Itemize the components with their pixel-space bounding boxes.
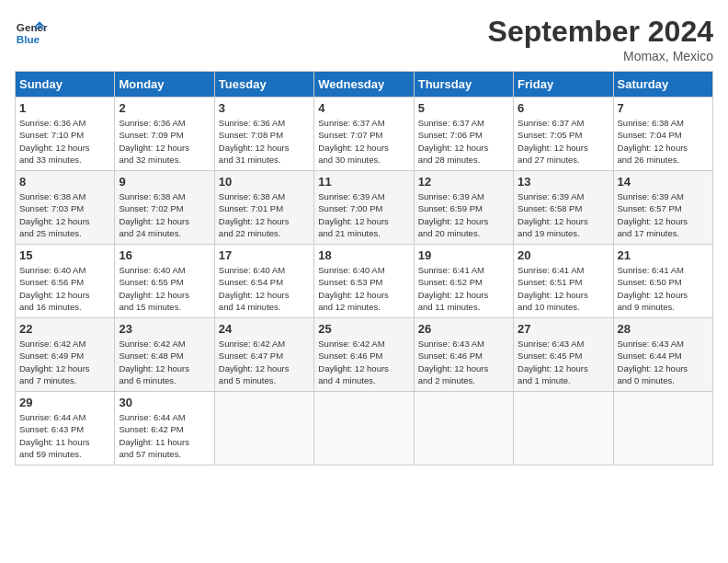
day-number: 14 bbox=[618, 175, 709, 189]
day-number: 30 bbox=[119, 396, 210, 409]
day-number: 27 bbox=[518, 322, 609, 336]
day-header-wednesday: Wednesday bbox=[314, 72, 414, 98]
cell-content: Sunrise: 6:39 AM Sunset: 6:59 PM Dayligh… bbox=[418, 190, 509, 239]
cell-content: Sunrise: 6:40 AM Sunset: 6:55 PM Dayligh… bbox=[119, 264, 210, 313]
day-number: 16 bbox=[119, 248, 210, 262]
calendar-week-5: 29Sunrise: 6:44 AM Sunset: 6:43 PM Dayli… bbox=[16, 392, 713, 465]
cell-content: Sunrise: 6:39 AM Sunset: 7:00 PM Dayligh… bbox=[318, 190, 409, 239]
calendar-cell: 19Sunrise: 6:41 AM Sunset: 6:52 PM Dayli… bbox=[414, 245, 513, 318]
day-number: 2 bbox=[119, 101, 210, 115]
calendar-cell: 15Sunrise: 6:40 AM Sunset: 6:56 PM Dayli… bbox=[16, 245, 115, 318]
page-header: General Blue September 2024 Momax, Mexic… bbox=[15, 15, 713, 63]
cell-content: Sunrise: 6:43 AM Sunset: 6:46 PM Dayligh… bbox=[418, 338, 509, 386]
day-number: 15 bbox=[19, 248, 110, 262]
cell-content: Sunrise: 6:36 AM Sunset: 7:09 PM Dayligh… bbox=[119, 117, 210, 166]
day-number: 1 bbox=[19, 101, 110, 115]
day-number: 13 bbox=[518, 175, 609, 189]
cell-content: Sunrise: 6:40 AM Sunset: 6:53 PM Dayligh… bbox=[318, 264, 409, 313]
day-number: 23 bbox=[119, 322, 210, 336]
cell-content: Sunrise: 6:37 AM Sunset: 7:05 PM Dayligh… bbox=[518, 117, 609, 166]
calendar-cell: 11Sunrise: 6:39 AM Sunset: 7:00 PM Dayli… bbox=[314, 171, 414, 245]
calendar-cell: 25Sunrise: 6:42 AM Sunset: 6:46 PM Dayli… bbox=[314, 318, 414, 392]
cell-content: Sunrise: 6:44 AM Sunset: 6:42 PM Dayligh… bbox=[119, 411, 210, 460]
cell-content: Sunrise: 6:37 AM Sunset: 7:07 PM Dayligh… bbox=[318, 117, 409, 166]
cell-content: Sunrise: 6:40 AM Sunset: 6:54 PM Dayligh… bbox=[219, 264, 310, 313]
day-number: 24 bbox=[219, 322, 310, 336]
cell-content: Sunrise: 6:41 AM Sunset: 6:52 PM Dayligh… bbox=[418, 264, 509, 313]
month-title: September 2024 bbox=[488, 15, 713, 49]
cell-content: Sunrise: 6:39 AM Sunset: 6:58 PM Dayligh… bbox=[518, 190, 609, 239]
day-number: 10 bbox=[219, 175, 310, 189]
day-number: 21 bbox=[618, 248, 709, 262]
day-header-thursday: Thursday bbox=[414, 72, 513, 98]
cell-content: Sunrise: 6:38 AM Sunset: 7:01 PM Dayligh… bbox=[219, 190, 310, 239]
day-number: 26 bbox=[418, 322, 509, 336]
day-header-monday: Monday bbox=[115, 72, 214, 98]
day-number: 12 bbox=[418, 175, 509, 189]
calendar-cell: 1Sunrise: 6:36 AM Sunset: 7:10 PM Daylig… bbox=[16, 98, 115, 171]
calendar-week-4: 22Sunrise: 6:42 AM Sunset: 6:49 PM Dayli… bbox=[16, 318, 713, 392]
logo-icon: General Blue bbox=[15, 15, 48, 48]
cell-content: Sunrise: 6:42 AM Sunset: 6:49 PM Dayligh… bbox=[19, 338, 110, 386]
day-number: 8 bbox=[19, 175, 110, 189]
cell-content: Sunrise: 6:37 AM Sunset: 7:06 PM Dayligh… bbox=[418, 117, 509, 166]
calendar-cell: 27Sunrise: 6:43 AM Sunset: 6:45 PM Dayli… bbox=[514, 318, 613, 392]
cell-content: Sunrise: 6:36 AM Sunset: 7:08 PM Dayligh… bbox=[219, 117, 310, 166]
calendar-cell: 10Sunrise: 6:38 AM Sunset: 7:01 PM Dayli… bbox=[214, 171, 313, 245]
day-number: 20 bbox=[518, 248, 609, 262]
calendar-cell: 9Sunrise: 6:38 AM Sunset: 7:02 PM Daylig… bbox=[115, 171, 214, 245]
calendar-cell bbox=[613, 392, 712, 465]
location: Momax, Mexico bbox=[488, 49, 713, 63]
calendar-table: SundayMondayTuesdayWednesdayThursdayFrid… bbox=[15, 71, 713, 465]
day-header-friday: Friday bbox=[514, 72, 613, 98]
cell-content: Sunrise: 6:44 AM Sunset: 6:43 PM Dayligh… bbox=[19, 411, 110, 460]
calendar-cell: 2Sunrise: 6:36 AM Sunset: 7:09 PM Daylig… bbox=[115, 98, 214, 171]
cell-content: Sunrise: 6:38 AM Sunset: 7:03 PM Dayligh… bbox=[19, 190, 110, 239]
logo: General Blue bbox=[15, 15, 48, 48]
calendar-cell: 6Sunrise: 6:37 AM Sunset: 7:05 PM Daylig… bbox=[514, 98, 613, 171]
calendar-cell: 23Sunrise: 6:42 AM Sunset: 6:48 PM Dayli… bbox=[115, 318, 214, 392]
calendar-cell: 7Sunrise: 6:38 AM Sunset: 7:04 PM Daylig… bbox=[613, 98, 712, 171]
day-header-sunday: Sunday bbox=[16, 72, 115, 98]
day-number: 5 bbox=[418, 101, 509, 115]
calendar-cell: 13Sunrise: 6:39 AM Sunset: 6:58 PM Dayli… bbox=[514, 171, 613, 245]
cell-content: Sunrise: 6:42 AM Sunset: 6:46 PM Dayligh… bbox=[318, 338, 409, 386]
calendar-cell bbox=[514, 392, 613, 465]
svg-text:Blue: Blue bbox=[17, 33, 40, 45]
cell-content: Sunrise: 6:41 AM Sunset: 6:51 PM Dayligh… bbox=[518, 264, 609, 313]
day-number: 19 bbox=[418, 248, 509, 262]
calendar-cell: 22Sunrise: 6:42 AM Sunset: 6:49 PM Dayli… bbox=[16, 318, 115, 392]
day-number: 29 bbox=[19, 396, 110, 409]
calendar-cell: 14Sunrise: 6:39 AM Sunset: 6:57 PM Dayli… bbox=[613, 171, 712, 245]
calendar-cell: 28Sunrise: 6:43 AM Sunset: 6:44 PM Dayli… bbox=[613, 318, 712, 392]
calendar-cell: 29Sunrise: 6:44 AM Sunset: 6:43 PM Dayli… bbox=[16, 392, 115, 465]
day-number: 22 bbox=[19, 322, 110, 336]
cell-content: Sunrise: 6:39 AM Sunset: 6:57 PM Dayligh… bbox=[618, 190, 709, 239]
calendar-cell bbox=[214, 392, 313, 465]
calendar-week-3: 15Sunrise: 6:40 AM Sunset: 6:56 PM Dayli… bbox=[16, 245, 713, 318]
calendar-cell: 4Sunrise: 6:37 AM Sunset: 7:07 PM Daylig… bbox=[314, 98, 414, 171]
calendar-cell: 26Sunrise: 6:43 AM Sunset: 6:46 PM Dayli… bbox=[414, 318, 513, 392]
calendar-cell: 16Sunrise: 6:40 AM Sunset: 6:55 PM Dayli… bbox=[115, 245, 214, 318]
day-number: 28 bbox=[618, 322, 709, 336]
day-number: 25 bbox=[318, 322, 409, 336]
calendar-cell: 18Sunrise: 6:40 AM Sunset: 6:53 PM Dayli… bbox=[314, 245, 414, 318]
day-number: 17 bbox=[219, 248, 310, 262]
calendar-cell: 17Sunrise: 6:40 AM Sunset: 6:54 PM Dayli… bbox=[214, 245, 313, 318]
calendar-week-2: 8Sunrise: 6:38 AM Sunset: 7:03 PM Daylig… bbox=[16, 171, 713, 245]
calendar-cell: 12Sunrise: 6:39 AM Sunset: 6:59 PM Dayli… bbox=[414, 171, 513, 245]
day-number: 18 bbox=[318, 248, 409, 262]
calendar-cell bbox=[314, 392, 414, 465]
cell-content: Sunrise: 6:42 AM Sunset: 6:47 PM Dayligh… bbox=[219, 338, 310, 386]
day-number: 4 bbox=[318, 101, 409, 115]
calendar-cell: 8Sunrise: 6:38 AM Sunset: 7:03 PM Daylig… bbox=[16, 171, 115, 245]
day-number: 7 bbox=[618, 101, 709, 115]
cell-content: Sunrise: 6:38 AM Sunset: 7:02 PM Dayligh… bbox=[119, 190, 210, 239]
day-number: 9 bbox=[119, 175, 210, 189]
day-header-saturday: Saturday bbox=[613, 72, 712, 98]
svg-text:General: General bbox=[17, 21, 48, 33]
calendar-body: 1Sunrise: 6:36 AM Sunset: 7:10 PM Daylig… bbox=[16, 98, 713, 465]
calendar-cell: 21Sunrise: 6:41 AM Sunset: 6:50 PM Dayli… bbox=[613, 245, 712, 318]
day-number: 3 bbox=[219, 101, 310, 115]
calendar-cell: 24Sunrise: 6:42 AM Sunset: 6:47 PM Dayli… bbox=[214, 318, 313, 392]
